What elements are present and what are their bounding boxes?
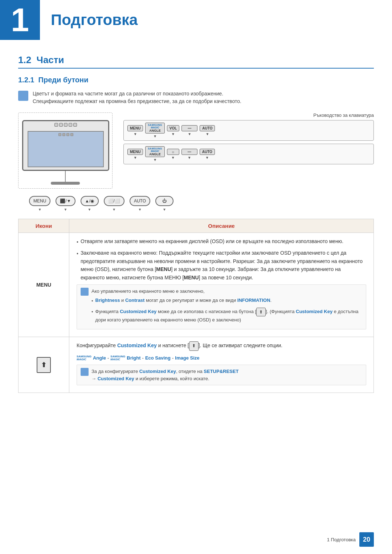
- table-cell-icon-menu: MENU: [19, 233, 69, 337]
- up-arrow-inline-icon: ⬆: [189, 341, 199, 350]
- btn-samsung-1: SAMSUNG MAGIC ANGLE ▼: [145, 123, 164, 138]
- inner-note-text: Ако управлението на екранното меню е зак…: [91, 288, 362, 327]
- front-btn-power: ⏻ ▼: [155, 196, 173, 212]
- btn-menu-2: MENU ▼: [127, 149, 143, 160]
- chapter-number: 1: [0, 0, 40, 40]
- section-header: 1.2 Части: [18, 54, 374, 69]
- diagram-area: Ръководство за клавиатура MENU ▼ SAMSUNG…: [18, 112, 374, 189]
- inner-note-up: За да конфигурирате Customized Key, отид…: [77, 365, 366, 385]
- chapter-title: Подготовка: [40, 0, 148, 40]
- customized-key-desc: Конфигурирайте Customized Key и натиснет…: [77, 341, 366, 350]
- btn-vol-1: VOL ▼: [167, 125, 180, 136]
- button-row-1: MENU ▼ SAMSUNG MAGIC ANGLE ▼ VOL ▼ — ▼ A: [123, 120, 374, 141]
- front-btn-up: ▲/◉ ▼: [81, 196, 99, 212]
- btn-brightness-2: ☼ ▼: [167, 149, 179, 160]
- monitor-outer: [22, 120, 109, 171]
- btn-samsung-2: SAMSUNG MAGIC ANGLE ▼: [145, 146, 164, 162]
- monitor-screen: [28, 131, 104, 167]
- inner-bullet: • Функцията Customized Key може да се из…: [91, 308, 362, 324]
- up-arrow-icon: ⬆: [256, 308, 266, 316]
- monitor-stand: [65, 171, 66, 182]
- footer-label: 1 Подготовка: [327, 537, 356, 542]
- monitor-diagram: [18, 112, 113, 189]
- note-box: Цветът и формата на частите могат да са …: [18, 90, 374, 105]
- front-btn-source: ⬛/▼ ▼: [56, 196, 75, 212]
- page-footer: 1 Подготовка 20: [327, 532, 374, 547]
- note-text: Цветът и формата на частите могат да са …: [33, 90, 241, 105]
- inner-note-menu: Ако управлението на екранното меню е зак…: [77, 284, 366, 330]
- content-table: Икони Описание MENU • Отваряте или затва…: [18, 219, 374, 393]
- button-row-2: MENU ▼ SAMSUNG MAGIC ANGLE ▼ ☼ ▼ — ▼ AUT: [123, 144, 374, 164]
- table-row: MENU • Отваряте или затваряте менюто на …: [19, 233, 374, 337]
- inner-note-text-2: За да конфигурирате Customized Key, отид…: [91, 368, 238, 382]
- btn-auto-1: AUTO ▼: [200, 125, 215, 136]
- table-header-icons: Икони: [19, 219, 69, 233]
- page-number: 20: [359, 532, 374, 547]
- button-panel-diagram: Ръководство за клавиатура MENU ▼ SAMSUNG…: [123, 112, 374, 167]
- front-panel: MENU ▼ ⬛/▼ ▼ ▲/◉ ▼ ⬜/⬜ ▼ AUTO ▼ ⏻ ▼: [29, 196, 374, 212]
- bullet-item: • Отваряте или затваряте менюто на екран…: [77, 237, 366, 246]
- table-row: ⬆ Конфигурирайте Customized Key и натисн…: [19, 337, 374, 393]
- table-cell-desc-up: Конфигурирайте Customized Key и натиснет…: [69, 337, 374, 393]
- inner-note-icon-2: [81, 368, 89, 376]
- up-arrow-button-icon: ⬆: [37, 357, 51, 373]
- monitor-base: [51, 182, 80, 185]
- keyboard-guide-label: Ръководство за клавиатура: [123, 112, 374, 118]
- subsection-header: 1.2.1 Преди бутони: [18, 76, 374, 84]
- table-header-desc: Описание: [69, 219, 374, 233]
- btn-dash-1: — ▼: [181, 125, 197, 136]
- options-row: SAMSUNGMAGICAngle - SAMSUNGMAGICBright -…: [77, 354, 366, 362]
- table-cell-desc-menu: • Отваряте или затваряте менюто на екран…: [69, 233, 374, 337]
- note-icon: [18, 91, 28, 101]
- btn-dash-2: — ▼: [181, 149, 197, 160]
- btn-menu-1: MENU ▼: [127, 125, 143, 136]
- inner-note-icon: [81, 288, 89, 296]
- front-btn-input: ⬜/⬜ ▼: [104, 196, 124, 212]
- table-cell-icon-up: ⬆: [19, 337, 69, 393]
- front-btn-auto: AUTO ▼: [130, 196, 150, 212]
- page-header: 1 Подготовка: [0, 0, 392, 40]
- front-btn-menu: MENU ▼: [29, 196, 50, 212]
- bullet-item: • Заключване на екранното меню: Поддържа…: [77, 249, 366, 282]
- inner-bullet: • Brightness и Contrast могат да се регу…: [91, 297, 362, 305]
- btn-auto-2: AUTO ▼: [200, 149, 215, 160]
